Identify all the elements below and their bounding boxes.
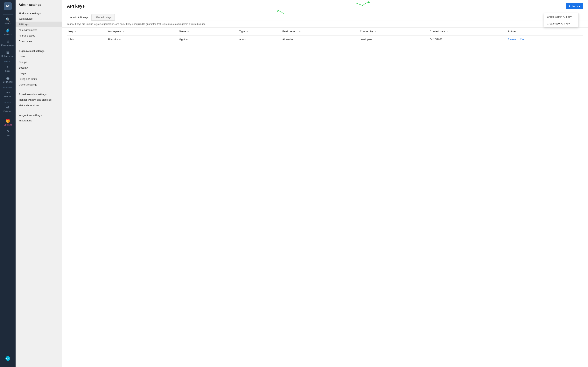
sidebar-item-search[interactable]: 🔍 Search bbox=[0, 16, 16, 27]
sidebar-item-data-hub[interactable]: ❋ Data hub bbox=[0, 104, 16, 114]
sidebar-item-environments[interactable]: 🖥 Environments bbox=[0, 37, 16, 48]
search-label: Search bbox=[4, 22, 11, 25]
sidebar-item-metric-dimensions[interactable]: Metric dimensions bbox=[16, 103, 62, 108]
actions-button[interactable]: Actions ▾ bbox=[566, 3, 583, 9]
exp-settings-header: Experimentation settings bbox=[16, 91, 62, 97]
cell-action: Revoke | Clo... bbox=[506, 35, 583, 43]
sort-icon-name: ⇅ bbox=[187, 31, 189, 33]
sort-icon-key: ⇅ bbox=[75, 31, 76, 33]
sidebar-item-monitor-window[interactable]: Monitor window and statistics bbox=[16, 97, 62, 103]
col-header-type[interactable]: Type ⇅ bbox=[238, 28, 281, 35]
sidebar-item-all-traffic-types[interactable]: All traffic types bbox=[16, 33, 62, 38]
sidebar-item-users[interactable]: Users bbox=[16, 54, 62, 59]
sidebar-item-usage[interactable]: Usage bbox=[16, 71, 62, 76]
environments-label: Environments bbox=[1, 44, 14, 46]
col-header-workspace[interactable]: Workspace ⇅ bbox=[106, 28, 177, 35]
col-header-action: Action bbox=[506, 28, 583, 35]
table-row: k9nb... All workspa... Hightouch... Admi… bbox=[67, 35, 583, 43]
sidebar-item-integrations[interactable]: Integrations bbox=[16, 118, 62, 123]
sort-icon-environment: ⇅ bbox=[299, 31, 301, 33]
close-link[interactable]: Clo... bbox=[520, 38, 526, 41]
col-header-created-by[interactable]: Created by ⇅ bbox=[358, 28, 428, 35]
api-keys-table-wrapper: Key ⇅ Workspace ⇅ Name ⇅ Type ⇅ bbox=[62, 28, 588, 43]
cell-environment: All environ... bbox=[281, 35, 358, 43]
nav-divider bbox=[3, 14, 13, 15]
api-keys-table: Key ⇅ Workspace ⇅ Name ⇅ Type ⇅ bbox=[67, 28, 583, 43]
org-settings-header: Organizational settings bbox=[16, 47, 62, 54]
data-hub-icon: ❋ bbox=[6, 106, 9, 109]
segments-label: Segments bbox=[3, 81, 13, 83]
tabs-bar: Admin API Keys SDK API Keys bbox=[62, 12, 588, 21]
sidebar-item-workspaces[interactable]: Workspaces bbox=[16, 16, 62, 22]
splits-icon: ✦ bbox=[6, 65, 9, 69]
action-separator: | bbox=[518, 38, 518, 41]
sort-icon-created-date: ⇅ bbox=[447, 31, 448, 33]
cell-workspace: All workspa... bbox=[106, 35, 177, 43]
sidebar-item-all-environments[interactable]: All environments bbox=[16, 27, 62, 33]
col-header-environment[interactable]: Environme... ⇅ bbox=[281, 28, 358, 35]
metrics-label: Metrics bbox=[4, 95, 11, 98]
col-header-created-date[interactable]: Created date ⇅ bbox=[428, 28, 506, 35]
col-header-name[interactable]: Name ⇅ bbox=[177, 28, 238, 35]
grid-icon: ⊞ bbox=[6, 50, 9, 54]
sidebar-item-rollout-board[interactable]: ⊞ Rollout board bbox=[0, 48, 16, 59]
api-keys-description: Your API keys are unique to your organiz… bbox=[62, 21, 588, 28]
integrations-settings-header: Integrations settings bbox=[16, 111, 62, 118]
help-icon: ? bbox=[7, 130, 9, 134]
app-logo bbox=[5, 353, 11, 365]
help-label: Help bbox=[6, 134, 10, 137]
sidebar-item-splits[interactable]: ✦ Splits bbox=[0, 63, 16, 74]
sidebar-item-help[interactable]: ? Help bbox=[0, 128, 16, 139]
nav-bar: DE 🔍 Search 🧳 My work 🖥 Environments ⊞ R… bbox=[0, 0, 16, 367]
monitor-icon: 🖥 bbox=[6, 39, 10, 43]
create-admin-api-key-item[interactable]: Create Admin API key bbox=[544, 13, 579, 20]
sidebar-item-segments[interactable]: ◉ Segments bbox=[0, 74, 16, 85]
actions-dropdown: Create Admin API key Create SDK API key bbox=[544, 13, 579, 27]
workspace-settings-header: Workspace settings bbox=[16, 10, 62, 16]
revoke-link[interactable]: Revoke bbox=[508, 38, 516, 41]
sort-icon-created-by: ⇅ bbox=[375, 31, 376, 33]
upgrade-label: Upgrade bbox=[4, 124, 12, 126]
target-section-label: TARGET bbox=[3, 61, 12, 63]
sort-icon-type: ⇅ bbox=[246, 31, 248, 33]
sidebar-item-groups[interactable]: Groups bbox=[16, 59, 62, 65]
main-header: API keys Actions ▾ Create Admin API key … bbox=[62, 0, 588, 12]
avatar[interactable]: DE bbox=[4, 2, 12, 10]
nav-divider-2 bbox=[3, 116, 13, 116]
actions-chevron: ▾ bbox=[579, 5, 580, 8]
sidebar-item-billing[interactable]: Billing and limits bbox=[16, 76, 62, 82]
data-hub-label: Data hub bbox=[3, 110, 12, 112]
cell-created-date: 04/20/2023 bbox=[428, 35, 506, 43]
measure-section-label: MEASURE bbox=[2, 86, 13, 88]
admin-settings-sidebar: Admin settings Workspace settings Worksp… bbox=[16, 0, 62, 367]
sidebar-item-event-types[interactable]: Event types bbox=[16, 38, 62, 44]
create-sdk-api-key-item[interactable]: Create SDK API key bbox=[544, 20, 579, 27]
segments-icon: ◉ bbox=[6, 76, 9, 80]
sidebar-item-upgrade[interactable]: 🎁 Upgrade bbox=[0, 117, 16, 128]
search-icon: 🔍 bbox=[5, 18, 10, 22]
actions-label: Actions bbox=[569, 5, 578, 8]
cell-type: Admin bbox=[238, 35, 281, 43]
sidebar-item-security[interactable]: Security bbox=[16, 65, 62, 71]
page-title: API keys bbox=[67, 4, 85, 9]
cell-created-by: developers bbox=[358, 35, 428, 43]
rollout-board-label: Rollout board bbox=[1, 55, 14, 57]
tab-admin-api-keys[interactable]: Admin API Keys bbox=[67, 14, 92, 21]
sidebar-item-api-keys[interactable]: API keys bbox=[16, 22, 62, 27]
metrics-icon: 〰 bbox=[6, 91, 10, 95]
my-work-label: My work bbox=[4, 33, 12, 35]
cell-name: Hightouch... bbox=[177, 35, 238, 43]
main-content: API keys Actions ▾ Create Admin API key … bbox=[62, 0, 588, 367]
review-section-label: REVIEW bbox=[3, 101, 12, 103]
col-header-key[interactable]: Key ⇅ bbox=[67, 28, 106, 35]
tab-sdk-api-keys[interactable]: SDK API Keys bbox=[92, 14, 115, 21]
sidebar-item-my-work[interactable]: 🧳 My work bbox=[0, 27, 16, 37]
upgrade-icon: 🎁 bbox=[5, 119, 10, 123]
sidebar-item-metrics[interactable]: 〰 Metrics bbox=[0, 89, 16, 100]
briefcase-icon: 🧳 bbox=[5, 29, 10, 33]
splits-label: Splits bbox=[5, 70, 10, 72]
sidebar-title: Admin settings bbox=[16, 3, 62, 10]
sidebar-item-general-settings[interactable]: General settings bbox=[16, 82, 62, 87]
sidebar-divider-3 bbox=[19, 110, 59, 110]
cell-key: k9nb... bbox=[67, 35, 106, 43]
